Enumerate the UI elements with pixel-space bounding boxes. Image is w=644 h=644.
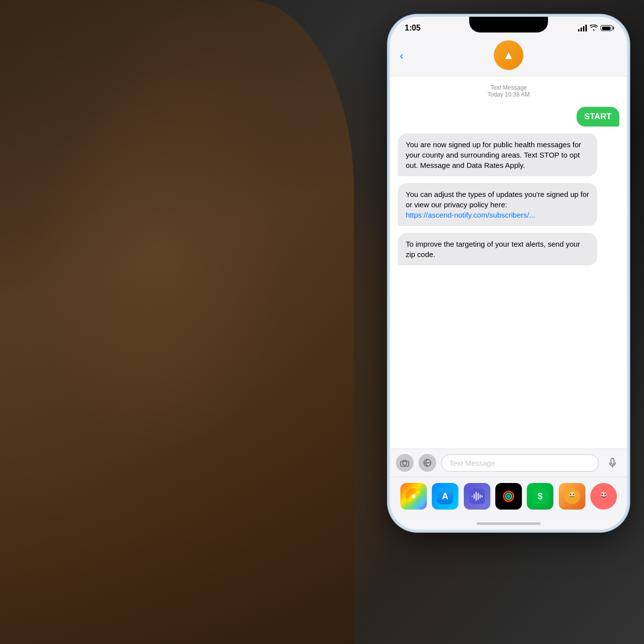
received-message-1: You are now signed up for public health … [398,133,619,176]
sent-message-start: START [398,107,619,127]
dock-app-bitmoji2[interactable] [590,483,617,510]
received-message-2: You can adjust the types of updates you'… [398,183,619,226]
status-icons [578,25,612,32]
svg-point-23 [570,494,571,495]
dock-app-cash[interactable]: $ [527,483,553,510]
svg-point-5 [412,494,416,498]
dock-app-waveform[interactable] [464,483,490,510]
signal-bars-icon [578,25,587,32]
bubble-sent: START [577,107,619,127]
timestamp-label: Text Message [398,84,619,91]
notch [469,17,548,32]
bubble-received-2: You can adjust the types of updates you'… [398,183,597,226]
messages-header: ‹ ▲ [390,36,627,76]
svg-point-28 [604,494,606,495]
svg-point-0 [403,461,407,465]
status-bar: 1:05 [390,17,627,36]
apps-button[interactable] [419,454,436,472]
svg-text:$: $ [538,491,543,501]
input-bar: Text Message [390,449,627,477]
dock-app-bitmoji1[interactable] [559,483,585,510]
svg-rect-2 [611,458,614,464]
app-dock: A [390,477,627,519]
back-button[interactable]: ‹ [400,50,403,63]
svg-point-26 [601,492,607,498]
phone-mockup: 1:05 [388,15,629,532]
mic-button[interactable] [604,454,621,472]
contact-avatar: ▲ [494,40,523,70]
wifi-icon [590,25,598,32]
svg-rect-8 [469,488,485,504]
battery-icon [601,25,612,31]
timestamp-time: Today 10:38 AM [398,91,619,98]
phone-screen: 1:05 [390,17,627,530]
status-time: 1:05 [405,24,420,32]
privacy-link[interactable]: https://ascend-notify.com/subscribers/..… [406,211,535,219]
received-2-text: You can adjust the types of updates you'… [406,190,589,209]
svg-point-27 [601,494,603,495]
bubble-received-1: You are now signed up for public health … [398,133,597,176]
bubble-received-3: To improve the targeting of your text al… [398,233,597,265]
dock-app-appstore[interactable]: A [432,483,458,510]
timestamp-header: Text Message Today 10:38 AM [398,84,619,98]
svg-point-24 [573,494,574,495]
home-bar [477,522,541,525]
input-placeholder: Text Message [450,459,495,467]
camera-button[interactable] [396,454,414,472]
messages-body[interactable]: Text Message Today 10:38 AM START You ar… [390,76,627,449]
avatar-icon: ▲ [503,48,515,62]
svg-text:A: A [442,491,449,501]
dock-app-fitness[interactable] [495,483,522,510]
received-message-3: To improve the targeting of your text al… [398,233,619,265]
phone-frame: 1:05 [388,15,629,532]
text-input[interactable]: Text Message [441,454,599,472]
dock-app-photos[interactable] [400,483,427,510]
home-indicator [390,519,627,530]
